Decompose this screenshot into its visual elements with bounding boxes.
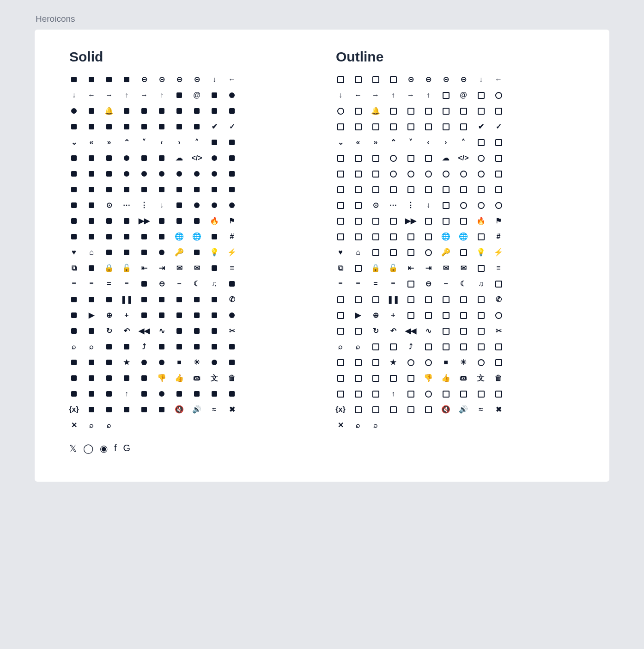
- cloud-download-icon: [406, 153, 415, 163]
- template-icon: [389, 373, 398, 383]
- hashtag-icon: #: [227, 232, 237, 241]
- arrow-circle-up-icon: ⊝: [459, 75, 468, 84]
- receipt-refund-icon: [336, 326, 345, 336]
- x-icon: ✕: [336, 421, 345, 430]
- cloud-download-icon: [140, 153, 149, 163]
- arrow-up-icon: ↑: [424, 91, 433, 100]
- chat-icon: [459, 122, 468, 131]
- currency-dollar-icon: [140, 169, 149, 178]
- zoom-in-icon: ⌕: [353, 421, 363, 430]
- heading-solid: Solid: [69, 49, 308, 65]
- check-icon: ✓: [494, 122, 503, 131]
- photograph-icon: [336, 311, 345, 320]
- document-add-icon: [406, 185, 415, 194]
- document-icon: [87, 201, 96, 210]
- shopping-cart-icon: [210, 342, 219, 351]
- plus-sm-icon: +: [122, 311, 131, 320]
- tag-icon: [104, 373, 114, 383]
- save-as-icon: [175, 326, 184, 336]
- currency-yen-icon: [210, 169, 219, 178]
- refresh-icon: ↻: [104, 326, 114, 336]
- volume-up-icon: 🔊: [459, 405, 468, 414]
- chevron-double-down-icon: ⌄: [336, 138, 345, 147]
- icon-row: ≡≡=≡⊖−☾♫: [69, 279, 308, 288]
- map-icon: [210, 263, 219, 273]
- shopping-bag-icon: [192, 342, 201, 351]
- arrow-narrow-down-icon: ↓: [336, 91, 345, 100]
- film-icon: [424, 216, 433, 226]
- music-note-icon: ♫: [476, 279, 486, 288]
- camera-icon: [336, 122, 345, 131]
- pencil-icon: [424, 295, 433, 304]
- download-icon: ↓: [157, 201, 166, 210]
- exclamation-circle-icon: [494, 201, 503, 210]
- cube-icon: [371, 169, 380, 178]
- translate-icon: 文: [476, 373, 486, 383]
- icon-row: ↻↶◀◀∿✂: [336, 326, 575, 336]
- lock-closed-icon: 🔒: [104, 263, 114, 273]
- folder-remove-icon: [122, 232, 131, 241]
- icon-row: 👎👍🎟文🗑: [69, 373, 308, 383]
- photograph-icon: [69, 311, 79, 320]
- clipboard-check-icon: [494, 138, 503, 147]
- chevron-up-icon: ˄: [459, 138, 468, 147]
- cake-icon: [192, 106, 201, 116]
- truck-icon: [371, 389, 380, 398]
- information-circle-icon: [424, 248, 433, 257]
- academic-cap-icon: [69, 75, 79, 84]
- menu-alt-4-icon: =: [371, 279, 380, 288]
- arrows-expand-icon: [441, 91, 450, 100]
- document-search-icon: [227, 185, 237, 194]
- arrow-circle-right-icon: ⊝: [175, 75, 184, 84]
- folder-download-icon: [353, 232, 363, 241]
- rss-icon: ∿: [157, 326, 166, 336]
- microphone-icon: [140, 279, 149, 288]
- shield-exclamation-icon: [441, 342, 450, 351]
- template-icon: [122, 373, 131, 383]
- play-icon: ▶: [87, 311, 96, 320]
- information-circle-icon: [157, 248, 166, 257]
- trending-up-icon: [87, 389, 96, 398]
- presentation-chart-bar-icon: [140, 311, 149, 320]
- inbox-in-icon: [122, 248, 131, 257]
- receipt-tax-icon: [87, 326, 96, 336]
- scissors-icon: ✂: [227, 326, 237, 336]
- link-icon: ⧉: [336, 263, 345, 273]
- bell-icon: 🔔: [371, 106, 380, 116]
- view-grid-icon: [140, 405, 149, 414]
- heading-outline: Outline: [336, 49, 575, 65]
- users-icon: [227, 389, 237, 398]
- document-search-icon: [494, 185, 503, 194]
- gift-icon: [424, 232, 433, 241]
- menu-alt-3-icon: ≡: [353, 279, 363, 288]
- document-icon: [353, 201, 363, 210]
- view-boards-icon: [104, 405, 114, 414]
- plus-circle-icon: ⊕: [371, 311, 380, 320]
- ban-icon: [336, 106, 345, 116]
- view-grid-add-icon: [389, 405, 398, 414]
- arrow-down-icon: ↓: [476, 75, 486, 84]
- wifi-icon: ≈: [210, 405, 219, 414]
- duplicate-icon: [175, 201, 184, 210]
- sun-icon: ☀: [459, 358, 468, 367]
- document-duplicate-icon: [441, 185, 450, 194]
- filter-icon: [441, 216, 450, 226]
- icon-row: ⊝⊝⊝⊝↓←: [69, 75, 308, 84]
- color-swatch-icon: [494, 153, 503, 163]
- database-icon: [69, 185, 79, 194]
- rss-icon: ∿: [424, 326, 433, 336]
- chat-alt-icon: [175, 122, 184, 131]
- terminal-icon: [406, 373, 415, 383]
- ticket-icon: 🎟: [192, 373, 201, 383]
- switch-vertical-icon: [336, 373, 345, 383]
- zoom-in-icon: ⌕: [87, 421, 96, 430]
- terminal-icon: [140, 373, 149, 383]
- chip-icon: [476, 138, 486, 147]
- status-online-icon: [424, 358, 433, 367]
- minus-sm-icon: −: [175, 279, 184, 288]
- icon-row: ★■☀: [336, 358, 575, 367]
- calculator-icon: [210, 106, 219, 116]
- currency-euro-icon: [157, 169, 166, 178]
- icon-row: ❚❚✆: [336, 295, 575, 304]
- menu-icon: ≡: [122, 279, 131, 288]
